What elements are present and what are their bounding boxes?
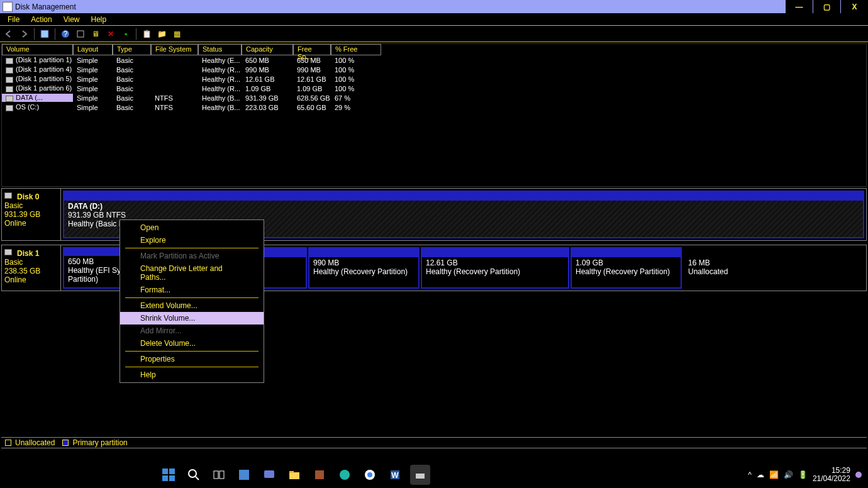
svg-rect-4 xyxy=(162,469,168,474)
tray-notifications-icon[interactable] xyxy=(855,472,862,478)
taskbar: W ^ ☁ 📶 🔊 🔋 15:29 21/04/2022 xyxy=(0,462,868,488)
word-icon[interactable]: W xyxy=(385,465,405,485)
help-icon[interactable]: ? xyxy=(59,28,72,40)
column--free[interactable]: % Free xyxy=(331,44,381,55)
volume-row[interactable]: (Disk 1 partition 1)SimpleBasicHealthy (… xyxy=(2,55,866,65)
menu-item-add-mirror: Add Mirror... xyxy=(120,324,264,337)
svg-rect-10 xyxy=(214,471,218,479)
chrome-icon[interactable] xyxy=(360,465,380,485)
legend-primary-swatch xyxy=(62,440,69,446)
column-status[interactable]: Status xyxy=(198,44,242,55)
forward-button[interactable] xyxy=(18,28,30,40)
partition-unallocated[interactable]: 16 MBUnallocated xyxy=(683,247,728,289)
title-bar: Disk Management — ▢ X xyxy=(0,0,868,13)
tray-wifi-icon[interactable]: 📶 xyxy=(769,470,779,479)
svg-rect-14 xyxy=(289,472,299,479)
volume-row[interactable]: (Disk 1 partition 6)SimpleBasicHealthy (… xyxy=(2,84,866,93)
legend-bar: Unallocated Primary partition xyxy=(1,437,867,448)
search-icon[interactable] xyxy=(184,465,204,485)
disk-info: Disk 0Basic931.39 GBOnline xyxy=(2,189,61,240)
legend-unalloc-swatch xyxy=(5,440,11,446)
column-layout[interactable]: Layout xyxy=(73,44,113,55)
column-volume[interactable]: Volume xyxy=(2,44,73,55)
svg-rect-7 xyxy=(169,475,175,481)
app-icon xyxy=(3,2,13,12)
chat-icon[interactable] xyxy=(259,465,279,485)
volume-row[interactable]: (Disk 1 partition 5)SimpleBasicHealthy (… xyxy=(2,74,866,84)
column-type[interactable]: Type xyxy=(113,44,151,55)
minimize-button[interactable]: — xyxy=(785,0,813,13)
task-view-icon[interactable] xyxy=(209,465,229,485)
column-file-system[interactable]: File System xyxy=(151,44,198,55)
menu-bar: File Action View Help xyxy=(0,13,868,26)
svg-rect-11 xyxy=(220,471,224,479)
settings-icon[interactable]: 🖥 xyxy=(89,28,102,40)
svg-rect-22 xyxy=(416,474,425,479)
svg-rect-15 xyxy=(289,471,294,473)
menu-item-mark-partition-as-active: Mark Partition as Active xyxy=(120,250,264,262)
svg-rect-0 xyxy=(41,30,48,38)
menu-item-properties[interactable]: Properties xyxy=(120,353,264,365)
explorer-icon[interactable] xyxy=(284,465,304,485)
menu-item-help[interactable]: Help xyxy=(120,369,264,381)
svg-rect-3 xyxy=(77,31,84,37)
menu-action[interactable]: Action xyxy=(26,14,57,25)
folder-icon[interactable]: 📁 xyxy=(155,28,168,40)
menu-help[interactable]: Help xyxy=(86,14,112,25)
svg-line-9 xyxy=(196,477,199,480)
console-tree-icon[interactable] xyxy=(38,28,51,40)
back-button[interactable] xyxy=(3,28,15,40)
app-icon-1[interactable] xyxy=(309,465,330,485)
delete-icon[interactable]: ✕ xyxy=(104,28,117,40)
menu-item-extend-volume[interactable]: Extend Volume... xyxy=(120,299,264,312)
tray-clock[interactable]: 15:29 21/04/2022 xyxy=(813,467,850,483)
context-menu: OpenExploreMark Partition as ActiveChang… xyxy=(120,219,264,383)
widgets-icon[interactable] xyxy=(234,465,254,485)
partition-block[interactable]: 12.61 GBHealthy (Recovery Partition) xyxy=(421,247,569,289)
svg-point-17 xyxy=(340,470,350,480)
svg-rect-13 xyxy=(264,470,274,478)
tray-volume-icon[interactable]: 🔊 xyxy=(784,470,793,479)
svg-point-19 xyxy=(367,472,372,477)
svg-rect-6 xyxy=(162,475,168,481)
close-button[interactable]: X xyxy=(840,0,868,13)
list-icon[interactable]: ▦ xyxy=(170,28,183,40)
menu-view[interactable]: View xyxy=(58,14,85,25)
menu-item-shrink-volume[interactable]: Shrink Volume... xyxy=(120,312,264,324)
refresh-icon[interactable] xyxy=(74,28,87,40)
svg-point-8 xyxy=(189,470,196,477)
partition-block[interactable]: 1.09 GBHealthy (Recovery Partition) xyxy=(570,247,682,289)
svg-rect-5 xyxy=(169,469,175,474)
window-title: Disk Management xyxy=(15,3,76,11)
volume-row[interactable]: OS (C:)SimpleBasicNTFSHealthy (B...223.0… xyxy=(2,103,866,112)
menu-item-delete-volume[interactable]: Delete Volume... xyxy=(120,337,264,350)
start-button[interactable] xyxy=(159,465,179,485)
maximize-button[interactable]: ▢ xyxy=(813,0,840,13)
svg-rect-12 xyxy=(239,470,249,480)
toolbar: ? 🖥 ✕ ▪ 📋 📁 ▦ xyxy=(0,26,868,42)
legend-primary: Primary partition xyxy=(72,438,127,447)
svg-text:?: ? xyxy=(64,30,68,38)
tray-onedrive-icon[interactable]: ☁ xyxy=(757,470,764,479)
tray-chevron-icon[interactable]: ^ xyxy=(748,470,752,479)
volume-list: VolumeLayoutTypeFile SystemStatusCapacit… xyxy=(1,43,867,187)
menu-item-explore[interactable]: Explore xyxy=(120,234,264,247)
check-icon[interactable]: ▪ xyxy=(120,28,132,40)
properties-icon[interactable]: 📋 xyxy=(140,28,153,40)
volume-row[interactable]: DATA (...SimpleBasicNTFSHealthy (B...931… xyxy=(2,93,866,103)
disk-info: Disk 1Basic238.35 GBOnline xyxy=(2,245,61,291)
diskmgmt-taskbar-icon[interactable] xyxy=(410,465,430,485)
tray-battery-icon[interactable]: 🔋 xyxy=(798,470,808,479)
legend-unallocated: Unallocated xyxy=(15,438,55,447)
menu-item-change-drive-letter-and-paths[interactable]: Change Drive Letter and Paths... xyxy=(120,262,264,284)
partition-block[interactable]: 990 MBHealthy (Recovery Partition) xyxy=(308,247,420,289)
svg-rect-16 xyxy=(315,470,324,479)
column-free-sp-[interactable]: Free Sp... xyxy=(293,44,331,55)
menu-file[interactable]: File xyxy=(3,14,25,25)
volume-row[interactable]: (Disk 1 partition 4)SimpleBasicHealthy (… xyxy=(2,65,866,74)
svg-text:W: W xyxy=(392,471,399,480)
column-capacity[interactable]: Capacity xyxy=(242,44,293,55)
menu-item-format[interactable]: Format... xyxy=(120,284,264,296)
menu-item-open[interactable]: Open xyxy=(120,221,264,234)
edge-icon[interactable] xyxy=(335,465,355,485)
